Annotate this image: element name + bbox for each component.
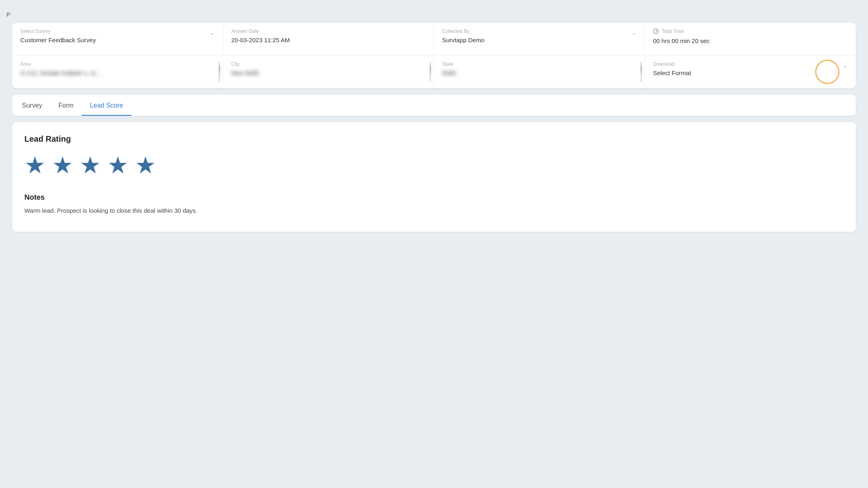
select-survey-dropdown-arrow[interactable]: ⌄ — [210, 29, 215, 36]
city-scrollbar[interactable] — [430, 62, 431, 82]
answer-date-value: 20-03-2023 11:25 AM — [231, 37, 425, 43]
info-cards-row-1: Select Survey Customer Feedback Survey ⌄… — [12, 23, 856, 56]
lead-rating-title: Lead Rating — [24, 134, 844, 144]
page-wrapper: P Select Survey Customer Feedback Survey… — [0, 0, 868, 240]
collected-by-dropdown-arrow[interactable]: ⌄ — [631, 29, 636, 36]
collected-by-label: Collected By — [442, 28, 484, 34]
download-card[interactable]: Download Select Format ⌄ — [645, 56, 856, 88]
city-label: City — [231, 61, 425, 67]
clock-icon — [653, 28, 659, 34]
info-cards-row-2: Area S-112, Greater Kailash 1, G... City… — [12, 56, 856, 88]
notes-title: Notes — [24, 193, 844, 202]
star-4[interactable]: ★ — [107, 153, 128, 177]
area-value: S-112, Greater Kailash 1, G... — [20, 69, 215, 76]
top-letter: P — [0, 8, 868, 23]
info-cards-panel: Select Survey Customer Feedback Survey ⌄… — [12, 23, 856, 88]
area-scrollbar[interactable] — [219, 62, 220, 82]
total-time-label: Total Time — [653, 28, 848, 35]
download-value: Select Format — [653, 69, 691, 76]
download-label: Download — [653, 61, 691, 67]
tab-survey[interactable]: Survey — [20, 95, 50, 116]
tab-lead-score[interactable]: Lead Score — [82, 95, 131, 116]
state-scrollbar[interactable] — [640, 62, 642, 82]
download-dropdown-arrow[interactable]: ⌄ — [843, 62, 848, 69]
stars-row: ★ ★ ★ ★ ★ — [24, 153, 844, 177]
total-time-card: Total Time 00 hrs 00 min 20 sec — [645, 23, 856, 55]
state-card: State Delhi — [434, 56, 645, 88]
answer-date-label: Answer Date — [231, 28, 425, 34]
star-2[interactable]: ★ — [52, 153, 73, 177]
tab-form[interactable]: Form — [50, 95, 82, 116]
tabs-section: Survey Form Lead Score — [12, 95, 856, 116]
tabs-bar: Survey Form Lead Score — [12, 95, 856, 116]
select-survey-value: Customer Feedback Survey — [20, 37, 96, 43]
answer-date-card: Answer Date 20-03-2023 11:25 AM — [223, 23, 434, 55]
area-scrollbar-thumb — [219, 65, 220, 73]
city-card: City New Delhi — [223, 56, 434, 88]
select-survey-label: Select Survey — [20, 28, 96, 34]
star-1[interactable]: ★ — [24, 153, 46, 177]
main-container: Select Survey Customer Feedback Survey ⌄… — [0, 23, 868, 232]
area-card: Area S-112, Greater Kailash 1, G... — [12, 56, 223, 88]
select-survey-card[interactable]: Select Survey Customer Feedback Survey ⌄ — [12, 23, 223, 55]
collected-by-value: Survtapp Demo — [442, 37, 484, 43]
total-time-value: 00 hrs 00 min 20 sec — [653, 37, 848, 44]
area-label: Area — [20, 61, 215, 67]
star-3[interactable]: ★ — [80, 153, 101, 177]
star-5[interactable]: ★ — [135, 153, 156, 177]
city-value: New Delhi — [231, 69, 425, 76]
notes-text: Warm lead. Prospect is looking to close … — [24, 206, 844, 216]
city-scrollbar-thumb — [430, 65, 431, 73]
lead-score-content: Lead Rating ★ ★ ★ ★ ★ Notes Warm lead. P… — [12, 122, 856, 232]
state-scrollbar-thumb — [640, 65, 642, 73]
collected-by-card[interactable]: Collected By Survtapp Demo ⌄ — [434, 23, 645, 55]
state-label: State — [442, 61, 636, 67]
state-value: Delhi — [442, 69, 636, 76]
